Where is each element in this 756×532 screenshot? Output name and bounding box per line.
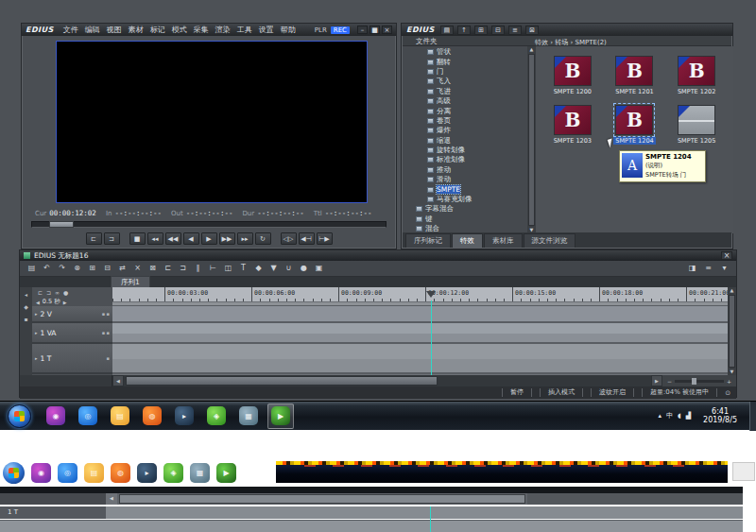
track-header[interactable]: ▸ 1 VA ▪ ▪ <box>32 323 112 344</box>
transport-button[interactable]: ⊢▶ <box>317 232 333 245</box>
taskbar-app[interactable]: ◍ <box>139 403 165 429</box>
track-header[interactable]: ▸ 1 T ▪ <box>32 344 112 374</box>
timeline-toolbar-button[interactable]: ▾ <box>718 263 730 275</box>
timeline-toolbar-button[interactable]: ↷ <box>56 263 68 275</box>
timeline-toolbar-button[interactable]: ▤ <box>26 263 38 275</box>
tree-item[interactable]: 推动 <box>403 165 527 175</box>
clock[interactable]: 6:41 2019/8/5 <box>703 407 737 424</box>
timeline-lane-area[interactable]: 00:00:03:0000:00:06:0000:00:09:0000:00:1… <box>112 287 728 375</box>
timeline-toolbar-button[interactable]: ⊟ <box>101 263 113 275</box>
track-buttons[interactable]: ▪ ▪ <box>102 330 110 335</box>
timeline-toolbar-button[interactable]: ▣ <box>313 263 325 275</box>
transition-thumbnail[interactable]: B SMPTE 1202 <box>665 56 728 95</box>
timeline-ruler[interactable]: 00:00:03:0000:00:06:0000:00:09:0000:00:1… <box>112 287 728 302</box>
scale-value[interactable]: 0.5 秒 <box>43 298 60 306</box>
tree-item[interactable]: SMPTE <box>403 184 527 194</box>
track-option-icon[interactable]: ⊐ <box>46 289 51 296</box>
scroll-up-icon[interactable]: ▲ <box>730 287 734 294</box>
scrollbar-thumb[interactable] <box>126 376 438 386</box>
menu-item[interactable]: 文件 <box>63 25 78 35</box>
tray-icon[interactable]: ◖ <box>678 412 681 420</box>
playhead-line[interactable] <box>431 300 432 375</box>
scrollbar-track[interactable] <box>124 375 651 386</box>
close-button[interactable]: × <box>721 251 732 260</box>
window-button[interactable]: ■ <box>369 26 380 34</box>
effects-toolbar-button[interactable]: ≡ <box>508 26 522 35</box>
zoom-out-button[interactable]: − <box>667 378 672 385</box>
timeline-toolbar-button[interactable]: ⊏ <box>162 263 174 275</box>
timeline-toolbar-button[interactable]: ⊞ <box>86 263 98 275</box>
tree-scrollbar[interactable]: ▲ ▼ <box>527 46 536 233</box>
scale-prev-button[interactable]: ◀ <box>36 300 40 305</box>
zoom-in-button[interactable]: + <box>727 378 731 385</box>
sequence-tab[interactable]: 序列1 <box>111 276 150 287</box>
taskbar-app[interactable]: ▶ <box>267 403 294 429</box>
rail-button[interactable]: ◆ <box>24 303 28 310</box>
zoom-slider[interactable] <box>675 380 724 383</box>
tree-item[interactable]: 爆炸 <box>403 126 527 135</box>
transition-thumbnail[interactable]: B SMPTE 1204 <box>604 105 666 145</box>
playhead-handle[interactable] <box>426 291 436 298</box>
track-lane-title[interactable] <box>112 344 728 374</box>
effects-toolbar-button[interactable]: ⊞ <box>474 26 488 35</box>
tree-item[interactable]: 标准划像 <box>403 155 527 164</box>
rail-button[interactable]: ◂ <box>25 291 27 298</box>
transport-button[interactable]: ◁▷ <box>281 232 297 245</box>
transport-button[interactable]: ▶ <box>201 232 217 245</box>
track-option-icon[interactable]: ⊏ <box>38 289 43 296</box>
transition-thumbnail[interactable]: B SMPTE 1200 <box>541 56 604 95</box>
window-button[interactable]: × <box>382 26 392 34</box>
tree-item[interactable]: 旋转划像 <box>403 146 527 155</box>
menu-item[interactable]: 标记 <box>150 25 165 35</box>
tray-icon[interactable]: ▴ <box>658 412 662 420</box>
expand-icon[interactable]: ▸ <box>35 311 38 317</box>
tree-item[interactable]: 飞入 <box>403 77 527 86</box>
taskbar-app[interactable]: ◎ <box>75 403 101 429</box>
transport-button[interactable]: ▸▸ <box>237 232 253 245</box>
palette-tab[interactable]: 序列标记 <box>405 233 451 248</box>
timeline-toolbar-button[interactable]: ▼ <box>267 263 280 275</box>
scroll-thumb[interactable] <box>528 54 535 226</box>
timeline-toolbar-button[interactable]: ∥ <box>192 263 204 275</box>
taskbar-app[interactable]: ▦ <box>235 403 262 429</box>
menu-item[interactable]: 渲染 <box>215 25 231 35</box>
transport-button[interactable]: ▶▶ <box>219 232 235 245</box>
transport-button[interactable]: ◀ <box>183 232 199 245</box>
track-buttons[interactable]: ▪ <box>107 355 110 361</box>
transport-button[interactable]: ◂◂ <box>147 232 163 245</box>
taskbar-app[interactable]: ▸ <box>171 403 198 429</box>
track-lane-video[interactable] <box>112 306 728 323</box>
transport-button[interactable]: ◀⊣ <box>299 232 315 245</box>
scroll-left-button[interactable]: ◀ <box>112 375 124 386</box>
menu-item[interactable]: 采集 <box>194 25 209 35</box>
track-buttons[interactable]: ▪ ▪ <box>102 311 110 317</box>
window-button[interactable]: – <box>357 26 368 34</box>
tree-item[interactable]: 飞进 <box>403 87 527 96</box>
transport-button[interactable]: ◀◀ <box>165 232 181 245</box>
timeline-toolbar-button[interactable]: ↶ <box>41 263 53 275</box>
menu-item[interactable]: 帮助 <box>281 25 296 35</box>
breadcrumb[interactable]: 特效 › 转场 › SMPTE(2) <box>535 36 731 45</box>
scroll-thumb[interactable] <box>729 295 735 368</box>
tree-item[interactable]: 分离 <box>403 106 527 115</box>
scroll-up-icon[interactable]: ▲ <box>530 46 534 53</box>
transport-button[interactable]: ⊐ <box>104 232 120 245</box>
menu-item[interactable]: 设置 <box>259 25 274 35</box>
track-option-icon[interactable]: ∞ <box>55 289 60 296</box>
palette-tab[interactable]: 源文件浏览 <box>524 233 576 248</box>
transition-thumbnail[interactable]: SMPTE 1205 <box>665 105 728 145</box>
timeline-toolbar-button[interactable]: ◨ <box>686 263 698 275</box>
timeline-toolbar-button[interactable]: ⊢ <box>207 263 219 275</box>
timeline-toolbar-button[interactable]: ⇄ <box>116 263 129 275</box>
transition-thumbnail[interactable]: B SMPTE 1201 <box>604 56 666 95</box>
tree-item[interactable]: 翻转 <box>403 57 527 66</box>
timeline-toolbar-button[interactable]: ● <box>298 263 310 275</box>
tree-item[interactable]: 字幕混合 <box>403 204 527 214</box>
track-lane-va[interactable] <box>112 323 728 344</box>
menu-item[interactable]: 视图 <box>107 25 122 35</box>
expand-icon[interactable]: ▸ <box>35 330 38 335</box>
menu-item[interactable]: 模式 <box>172 25 187 35</box>
timeline-toolbar-button[interactable]: ⊗ <box>71 263 83 275</box>
scroll-down-icon[interactable]: ▼ <box>730 369 734 375</box>
effects-toolbar-button[interactable]: ↑ <box>457 26 471 35</box>
